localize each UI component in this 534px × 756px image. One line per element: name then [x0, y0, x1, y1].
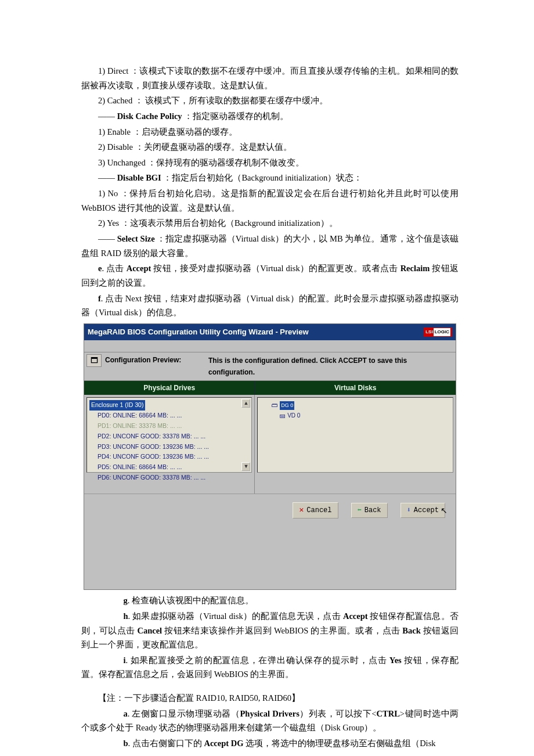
blank-area — [84, 525, 456, 589]
para-disablebgi: —— Disable BGI ：指定后台初始化（Background initi… — [81, 171, 459, 185]
back-arrow-icon: ⬅ — [358, 505, 362, 516]
enclosure-node[interactable]: Enclosure 1 (ID 30) — [89, 400, 145, 411]
preview-icon: 🗔 — [86, 354, 102, 367]
physical-drives-pane: ▲ Enclosure 1 (ID 30) PD0: ONLINE: 68664… — [84, 395, 255, 494]
accept-button[interactable]: ⬇Accept — [400, 503, 445, 518]
preview-header: 🗔 Configuration Preview: This is the con… — [84, 352, 456, 381]
cursor-icon: ↖ — [441, 504, 448, 518]
para-note: 【注：一下步骤适合配置 RAID10, RAID50, RAID60】 — [81, 691, 459, 705]
para-h: h. 如果虚拟驱动器（Virtual disk）的配置信息无误，点击 Accep… — [81, 609, 459, 652]
para-e: e. 点击 Accept 按钮，接受对虚拟驱动器（Virtual disk）的配… — [81, 261, 459, 290]
para-a: a. 左侧窗口显示物理驱动器（Physical Drivers）列表，可以按下<… — [81, 707, 459, 735]
x-icon: ✕ — [299, 504, 304, 517]
pd2[interactable]: PD2: UNCONF GOOD: 33378 MB: ... ... — [89, 431, 249, 442]
para-g: g. 检查确认该视图中的配置信息。 — [81, 593, 459, 608]
para-cached: 2) Cached ： 该模式下，所有读取的数据都要在缓存中缓冲。 — [81, 93, 459, 108]
pd0[interactable]: PD0: ONLINE: 68664 MB: ... ... — [89, 411, 249, 421]
scroll-up-button[interactable]: ▲ — [241, 399, 250, 408]
para-f: f. 点击 Next 按钮，结束对虚拟驱动器（Virtual disk）的配置。… — [81, 291, 459, 320]
para-i: i. 如果配置接受之前的配置信息，在弹出确认保存的提示时，点击 Yes 按钮，保… — [81, 653, 459, 682]
virtual-disks-pane: 🗃 DG 0 🖴 VD 0 — [255, 395, 456, 494]
para-enable: 1) Enable ：启动硬盘驱动器的缓存。 — [81, 125, 459, 139]
pd6[interactable]: PD6: UNCONF GOOD: 33378 MB: ... ... — [89, 473, 249, 483]
config-wizard-screenshot: MegaRAID BIOS Configuration Utility Conf… — [84, 323, 456, 590]
preview-label: Configuration Preview: — [105, 354, 181, 366]
pd3[interactable]: PD3: UNCONF GOOD: 139236 MB: ... ... — [89, 442, 249, 452]
scroll-down-button[interactable]: ▼ — [241, 462, 250, 471]
lsi-logo: LSILOGIC — [424, 327, 452, 337]
column-headers: Physical Drives Virtual Disks — [84, 381, 456, 395]
para-selectsize: —— Select Size ：指定虚拟驱动器（Virtual disk）的大小… — [81, 232, 459, 260]
para-yes: 2) Yes ：这项表示禁用后台初始化（Background initializ… — [81, 216, 459, 231]
para-direct: 1) Direct ：该模式下读取的数据不在缓存中缓冲。而且直接从缓存传输的主机… — [81, 64, 459, 92]
para-diskcache: —— Disk Cache Policy ：指定驱动器缓存的机制。 — [81, 109, 459, 124]
pd1[interactable]: PD1: ONLINE: 33378 MB: ... ... — [89, 421, 249, 431]
pd4[interactable]: PD4: UNCONF GOOD: 139236 MB: ... ... — [89, 452, 249, 462]
cancel-button[interactable]: ✕Cancel — [293, 502, 338, 519]
accept-arrow-icon: ⬇ — [407, 505, 411, 516]
dg-node[interactable]: DG 0 — [280, 401, 294, 410]
window-titlebar: MegaRAID BIOS Configuration Utility Conf… — [84, 324, 456, 340]
window-title: MegaRAID BIOS Configuration Utility Conf… — [88, 326, 309, 339]
physical-tree[interactable]: ▲ Enclosure 1 (ID 30) PD0: ONLINE: 68664… — [86, 397, 252, 473]
pd5[interactable]: PD5: ONLINE: 68664 MB: ... ... — [89, 462, 249, 473]
para-unchanged: 3) Unchanged ：保持现有的驱动器缓存机制不做改变。 — [81, 156, 459, 170]
para-disable: 2) Disable ：关闭硬盘驱动器的缓存。这是默认值。 — [81, 140, 459, 154]
col-virtual: Virtual Disks — [255, 381, 456, 395]
para-b: b. 点击右侧窗口下的 Accept DG 选项，将选中的物理硬盘移动至右侧磁盘… — [81, 736, 459, 751]
menu-area — [84, 340, 456, 352]
col-physical: Physical Drives — [84, 381, 255, 395]
preview-desc: This is the configuration defined. Click… — [208, 354, 453, 379]
back-button[interactable]: ⬅Back — [351, 503, 388, 518]
virtual-tree[interactable]: 🗃 DG 0 🖴 VD 0 — [257, 397, 453, 473]
vd-node[interactable]: VD 0 — [287, 412, 300, 419]
para-no: 1) No ：保持后台初始化启动。这是指新的配置设定会在后台进行初始化并且此时可… — [81, 186, 459, 215]
